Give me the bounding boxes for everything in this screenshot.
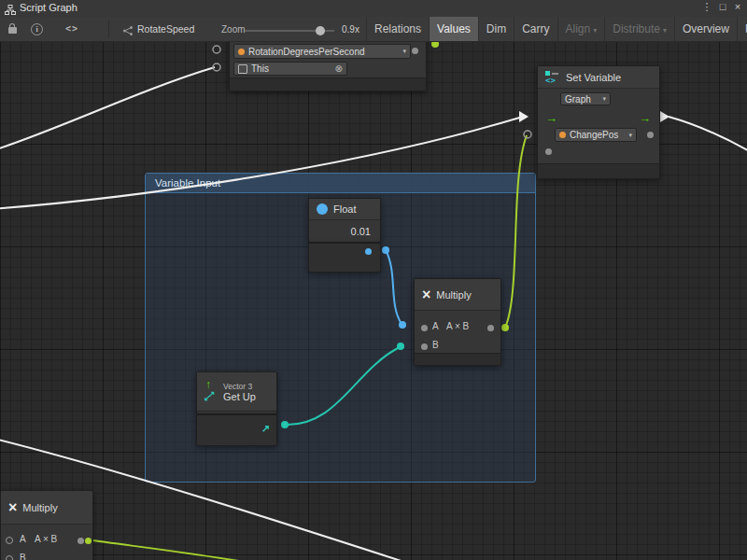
variable-dropdown[interactable]: RotationDegreesPerSecond ▾ xyxy=(233,44,411,59)
node-header[interactable]: × Multiply xyxy=(415,279,500,311)
clear-icon[interactable]: ⊗ xyxy=(335,63,343,74)
port-a-label: A xyxy=(20,534,26,544)
chevron-down-icon: ▾ xyxy=(593,26,597,35)
port-dot[interactable] xyxy=(397,343,404,350)
node-multiply[interactable]: × Multiply A A × B B xyxy=(414,278,501,366)
port-dot[interactable] xyxy=(85,538,92,544)
unity-visual-scripting-window: Script Graph ⋮ □ × i <> RotateSpeed Zoom… xyxy=(0,0,747,560)
scope-dropdown[interactable]: Graph ▾ xyxy=(560,92,611,105)
fullscreen-button[interactable]: Full Screen xyxy=(737,17,747,41)
port-b-label: B xyxy=(432,340,439,350)
flow-port-in[interactable] xyxy=(519,111,529,122)
port-ring[interactable] xyxy=(213,46,220,53)
node-get-up[interactable]: ↑ ↗ ↗ Vector 3 Get Up xyxy=(196,371,277,414)
port-dot[interactable] xyxy=(281,421,289,428)
zoom-label: Zoom xyxy=(221,24,246,35)
titlebar: Script Graph ⋮ □ × xyxy=(0,0,747,18)
diag-arrow-icon: ↗ xyxy=(204,394,211,403)
port-dot[interactable] xyxy=(421,325,428,331)
port-ab-label: A × B xyxy=(446,321,469,331)
target-label: This xyxy=(251,63,269,74)
carry-button[interactable]: Carry xyxy=(514,17,557,41)
port-dot[interactable] xyxy=(421,343,428,350)
port-dot[interactable] xyxy=(545,148,552,155)
value-port-dot xyxy=(559,132,566,138)
info-icon[interactable]: i xyxy=(31,23,43,35)
node-type-label: Vector 3 xyxy=(223,382,256,391)
port-dot[interactable] xyxy=(647,132,654,138)
port-ring[interactable] xyxy=(6,537,13,544)
node-set-variable[interactable]: <> Set Variable Graph ▾ → → ChangePos ▾ xyxy=(537,65,660,179)
maximize-icon[interactable]: □ xyxy=(716,1,729,12)
distribute-label: Distribute xyxy=(613,22,660,35)
node-float[interactable]: Float 0.01 xyxy=(308,198,381,243)
port-dot[interactable] xyxy=(412,48,418,54)
node-header[interactable]: <> Set Variable xyxy=(538,66,659,89)
window-title: Script Graph xyxy=(20,2,78,13)
wire-multiply-to-changepos[interactable] xyxy=(505,135,527,328)
zoom-slider-thumb[interactable] xyxy=(316,26,325,35)
wire-flow-in[interactable] xyxy=(0,117,523,209)
port-b-label: B xyxy=(20,553,26,560)
overview-button[interactable]: Overview xyxy=(674,17,737,41)
node-titles: Vector 3 Get Up xyxy=(223,382,256,402)
node-title: Get Up xyxy=(223,391,256,402)
graph-ref-icon xyxy=(122,23,134,40)
port-dot[interactable] xyxy=(382,246,389,254)
target-field[interactable]: This ⊗ xyxy=(233,62,347,76)
chevron-down-icon: ▾ xyxy=(663,26,667,35)
chevron-down-icon: ▾ xyxy=(628,132,632,139)
window-menu-icon[interactable]: ⋮ xyxy=(700,1,713,13)
node-title: Set Variable xyxy=(566,72,621,83)
vector-output-icon[interactable]: ↗ xyxy=(261,423,270,435)
flow-port-out[interactable] xyxy=(660,111,669,122)
code-icon[interactable]: <> xyxy=(65,22,78,35)
float-output-strip[interactable] xyxy=(308,243,381,273)
port-dot[interactable] xyxy=(501,324,509,331)
values-button[interactable]: Values xyxy=(429,17,478,41)
toolbar-divider xyxy=(108,21,109,37)
scope-label: Graph xyxy=(565,94,591,105)
wire-to-this-port[interactable] xyxy=(0,67,215,151)
dim-button[interactable]: Dim xyxy=(478,17,514,41)
toolbar-buttons: Relations Values Dim Carry Align▾ Distri… xyxy=(366,17,747,41)
getup-output-strip[interactable]: ↗ xyxy=(196,414,277,446)
node-footer xyxy=(415,353,500,365)
lock-icon[interactable] xyxy=(8,27,17,34)
float-value[interactable]: 0.01 xyxy=(351,226,371,237)
port-a-label: A xyxy=(432,321,439,331)
node-multiply-2[interactable]: × Multiply A A × B B xyxy=(0,490,93,560)
wire-flow-out[interactable] xyxy=(669,117,747,153)
variable-name: ChangePos xyxy=(570,130,618,140)
node-title: Float xyxy=(333,203,356,215)
wire-multiply2-out[interactable] xyxy=(86,539,245,560)
variable-select-dropdown[interactable]: ChangePos ▾ xyxy=(555,128,637,142)
close-icon[interactable]: × xyxy=(731,1,744,12)
align-button[interactable]: Align▾ xyxy=(557,17,605,41)
port-dot[interactable] xyxy=(487,325,494,331)
wire-float-to-multiply-a[interactable] xyxy=(386,250,402,324)
graph-name[interactable]: RotateSpeed xyxy=(137,23,194,35)
wire-getup-to-multiply-b[interactable] xyxy=(285,347,400,425)
flow-in-arrow-icon[interactable]: → xyxy=(545,112,557,124)
node-header[interactable]: Float xyxy=(309,199,380,220)
flow-out-arrow-icon[interactable]: → xyxy=(639,112,651,124)
vector3-icon: ↑ ↗ ↗ xyxy=(204,380,218,404)
port-dot[interactable] xyxy=(431,41,439,48)
node-header[interactable]: × Multiply xyxy=(1,491,92,525)
port-ring[interactable] xyxy=(524,131,531,138)
port-dot[interactable] xyxy=(399,321,406,329)
node-title: Multiply xyxy=(22,502,57,513)
zoom-slider[interactable] xyxy=(245,24,334,35)
relations-button[interactable]: Relations xyxy=(366,17,429,41)
cube-icon xyxy=(238,64,247,74)
port-ring[interactable] xyxy=(6,555,13,560)
port-dot[interactable] xyxy=(78,538,84,544)
variable-name: RotationDegreesPerSecond xyxy=(248,47,365,57)
zoom-value: 0.9x xyxy=(342,24,359,35)
graph-canvas[interactable]: Variable Input xyxy=(0,41,747,560)
distribute-button[interactable]: Distribute▾ xyxy=(604,17,674,41)
port-dot[interactable] xyxy=(365,248,372,255)
node-header[interactable]: ↑ ↗ ↗ Vector 3 Get Up xyxy=(197,372,276,412)
node-rotation-degrees[interactable]: RotationDegreesPerSecond ▾ This ⊗ xyxy=(229,41,427,91)
